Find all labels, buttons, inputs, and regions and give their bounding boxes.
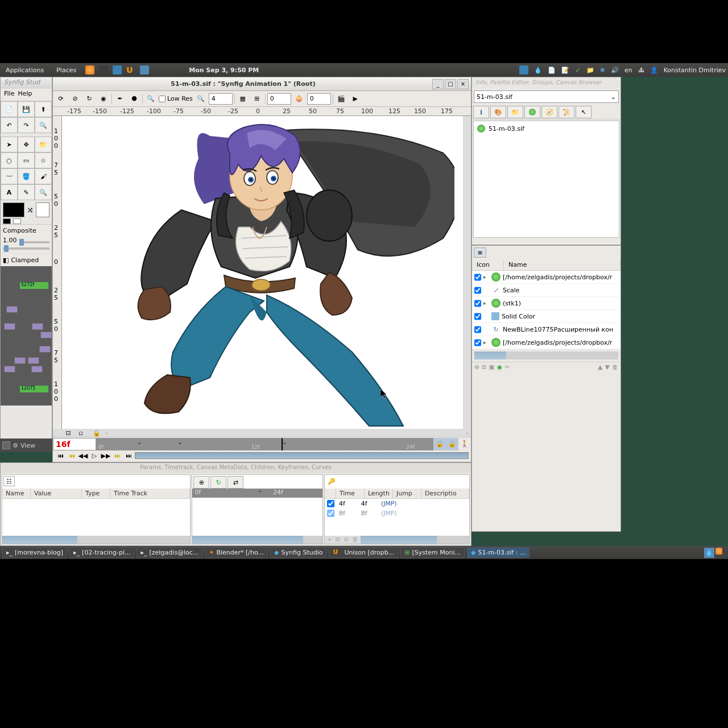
kf-col-length[interactable]: Length xyxy=(365,489,393,498)
star-tool[interactable]: ☆ xyxy=(35,152,52,168)
keyframe-lock2-icon[interactable]: 🔒 xyxy=(446,438,458,450)
quality-input[interactable]: 4 xyxy=(209,93,233,105)
rectangle-tool[interactable]: ▭ xyxy=(18,152,35,168)
layer-visible[interactable] xyxy=(474,313,481,320)
kf-col-jump[interactable]: Jump xyxy=(393,489,421,498)
kf-hscroll[interactable] xyxy=(361,536,469,544)
seek-start-icon[interactable]: ⏮ xyxy=(55,452,65,460)
default-fg[interactable] xyxy=(3,218,11,224)
view-btn1[interactable] xyxy=(2,441,10,449)
layer-col-name[interactable]: Name xyxy=(504,259,621,270)
layer-up-icon[interactable]: ▲ xyxy=(598,363,602,374)
sketch-icon[interactable]: ✒ xyxy=(114,93,126,105)
task-1[interactable]: ▸_[02-tracing-pl... xyxy=(69,547,134,558)
layer-add-icon[interactable]: ⊕ xyxy=(474,363,479,374)
tray-synfig-icon[interactable] xyxy=(519,65,528,75)
kf-col-time[interactable]: Time xyxy=(336,489,365,498)
menu-file[interactable]: File xyxy=(4,90,14,100)
col-name[interactable]: Name xyxy=(2,489,31,498)
close-button[interactable]: × xyxy=(457,79,469,89)
kf-jump-0[interactable]: (JMP) xyxy=(381,500,397,507)
menu-applications[interactable]: Applications xyxy=(2,67,47,74)
animate-mode-icon[interactable]: 🚶 xyxy=(458,438,471,450)
preview-anim-icon[interactable]: ▶ xyxy=(349,93,362,105)
keyframe-lock-icon[interactable]: 🔒 xyxy=(433,438,446,450)
expand-icon[interactable]: ▸ xyxy=(483,274,489,280)
save-all-button[interactable]: ⬆ xyxy=(35,101,52,117)
layer-row[interactable]: ▸[/home/zelgadis/projects/dropbox/r xyxy=(472,336,621,349)
palette-tab-icon[interactable]: 🎨 xyxy=(490,106,506,118)
task-2[interactable]: ▸_[zelgadis@loc... xyxy=(136,547,202,558)
bline-tool[interactable]: 〰 xyxy=(1,168,18,184)
layer-list[interactable]: ▸[/home/zelgadis/projects/dropbox/r⤢Scal… xyxy=(472,271,621,349)
bucket-tool[interactable]: 🪣 xyxy=(18,168,35,184)
layer-visible[interactable] xyxy=(474,339,481,346)
tray-note-icon[interactable]: 📝 xyxy=(561,67,569,74)
lowres-checkbox[interactable] xyxy=(159,96,166,102)
params-tab-icon[interactable]: ☷ xyxy=(3,476,15,486)
clock[interactable]: Mon Sep 3, 9:50 PM xyxy=(189,67,259,74)
tray-drop-icon[interactable]: 💧 xyxy=(534,67,542,74)
move-tool[interactable]: ✥ xyxy=(18,136,35,152)
layer-visible[interactable] xyxy=(474,300,481,307)
task-7[interactable]: ◆51-m-03.sif : ... xyxy=(467,547,530,558)
task-0[interactable]: ▸_[morevna-blog] xyxy=(2,547,67,558)
keyboard-layout[interactable]: en xyxy=(624,67,632,74)
prev-frame-icon[interactable]: ◀◀ xyxy=(78,452,88,460)
params-hscroll[interactable] xyxy=(2,536,190,544)
select-tab-icon[interactable]: ↖ xyxy=(576,106,592,118)
next-kf-icon[interactable]: ⏭ xyxy=(112,452,122,460)
layer-visible[interactable] xyxy=(474,287,481,294)
seek-end-icon[interactable]: ⏭ xyxy=(123,452,134,460)
tl-tab3-icon[interactable]: ⇄ xyxy=(228,476,243,489)
task-3[interactable]: ✦Blender* [/ho... xyxy=(205,547,268,558)
tray-doc-icon[interactable]: 📄 xyxy=(548,67,556,74)
blend-mode[interactable]: Composite xyxy=(3,227,49,234)
minimize-button[interactable]: _ xyxy=(432,79,444,89)
layer-row[interactable]: ▸[/home/zelgadis/projects/dropbox/r xyxy=(472,271,621,284)
menu-help[interactable]: Help xyxy=(18,90,32,100)
cancel-render-icon[interactable]: ⊘ xyxy=(69,93,81,105)
layer-visible[interactable] xyxy=(474,326,481,333)
bg-color[interactable] xyxy=(36,202,49,217)
params-list[interactable] xyxy=(2,499,190,536)
kf-del-icon[interactable]: ⊘ xyxy=(344,536,349,544)
brush-tool[interactable]: 🖌 xyxy=(35,168,52,184)
layer-dup-icon[interactable]: ⧉ xyxy=(482,363,486,374)
network-icon[interactable]: 🖧 xyxy=(638,67,644,74)
timetrack-area[interactable] xyxy=(192,498,322,536)
inkscape-icon[interactable] xyxy=(99,65,108,75)
unison-icon[interactable]: U xyxy=(126,65,135,75)
refresh2-icon[interactable]: ↻ xyxy=(83,93,96,105)
history-tab-icon[interactable]: 📜 xyxy=(559,106,574,118)
duck-icon[interactable]: ⬣ xyxy=(128,93,140,105)
volume-icon[interactable]: 🔊 xyxy=(611,67,619,74)
canvas[interactable] xyxy=(62,116,463,429)
vscrollbar[interactable] xyxy=(463,116,471,429)
layers-tab-icon[interactable]: ≡ xyxy=(474,247,486,258)
default-bg[interactable] xyxy=(13,218,21,224)
col-timetrack[interactable]: Time Track xyxy=(110,489,190,498)
target-icon[interactable]: ◉ xyxy=(97,93,110,105)
synfig-icon[interactable] xyxy=(113,65,122,75)
task-6[interactable]: ⊞[System Moni... xyxy=(400,547,465,558)
next-frame-icon[interactable]: ▶▶ xyxy=(101,452,111,460)
layer-row[interactable]: Solid Color xyxy=(472,310,621,323)
preview-icon[interactable]: 🔍 xyxy=(144,93,157,105)
col-value[interactable]: Value xyxy=(31,489,82,498)
quality-icon[interactable]: 🔍 xyxy=(195,93,207,105)
layer-enc-icon[interactable]: ◉ xyxy=(497,363,503,374)
task-5[interactable]: UUnison [dropb... xyxy=(329,547,398,558)
scale-tool[interactable]: 📁 xyxy=(35,136,52,152)
layer-group-icon[interactable]: ▣ xyxy=(489,363,494,374)
prev-kf-icon[interactable]: ⏮ xyxy=(67,452,77,460)
info-tab-icon[interactable]: ℹ xyxy=(473,106,489,118)
kf-add-icon[interactable]: + xyxy=(327,536,332,544)
text-tool[interactable]: A xyxy=(1,184,18,200)
transform-tool[interactable]: ➤ xyxy=(1,136,18,152)
tray-folder-icon[interactable]: 📁 xyxy=(586,67,594,74)
canvas-item[interactable]: 51-m-03.sif xyxy=(476,123,617,134)
fg-color[interactable] xyxy=(3,202,24,217)
user-icon[interactable]: 👤 xyxy=(650,67,658,74)
layer-cut-icon[interactable]: ✂ xyxy=(504,363,510,374)
